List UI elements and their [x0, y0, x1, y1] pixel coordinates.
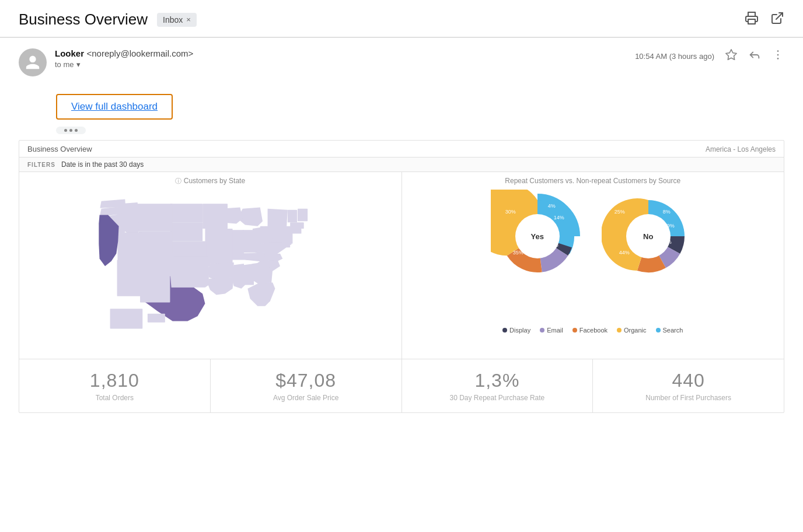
ellipsis-expander[interactable]: [56, 127, 86, 134]
header-title-area: Business Overview Inbox ×: [19, 10, 197, 29]
svg-rect-9: [292, 229, 302, 234]
filter-value: Date is in the past 30 days: [61, 160, 144, 169]
header-icons: [745, 11, 784, 29]
email-body: View full dashboard: [0, 83, 803, 120]
reply-icon[interactable]: [748, 48, 761, 64]
map-panel-title: ⓘ Customers by State: [19, 177, 402, 186]
avatar: [19, 48, 47, 76]
us-map-svg: [29, 194, 391, 334]
sender-info: Looker <noreply@lookermail.com> to me ▾: [55, 48, 193, 69]
print-icon[interactable]: [745, 11, 759, 29]
view-dashboard-button[interactable]: View full dashboard: [56, 94, 173, 120]
dash-timezone: America - Los Angeles: [706, 145, 776, 153]
svg-marker-49: [100, 199, 126, 208]
svg-rect-46: [117, 260, 146, 296]
email-header: Business Overview Inbox ×: [0, 0, 803, 37]
email-meta-right: 10:54 AM (3 hours ago): [635, 48, 784, 64]
yes-donut-container: Yes 4% 14% 18% 35% 30%: [491, 190, 584, 280]
stat-label-first-purchasers: Number of First Purchasers: [645, 394, 731, 402]
dash-content: ⓘ Customers by State: [19, 172, 784, 359]
no-donut-label: No: [643, 232, 653, 241]
svg-rect-36: [170, 241, 207, 258]
legend-label-display: Display: [509, 327, 530, 334]
svg-rect-51: [110, 309, 143, 328]
stats-bar: 1,810 Total Orders $47,08 Avg Order Sale…: [19, 359, 784, 412]
chart-legend: Display Email Facebook Organic Search: [402, 327, 784, 338]
legend-label-search: Search: [663, 327, 683, 334]
to-me: to me ▾: [55, 60, 193, 69]
external-link-icon[interactable]: [770, 11, 784, 29]
legend-organic: Organic: [617, 327, 647, 334]
svg-line-1: [776, 13, 783, 19]
avatar-icon: [25, 54, 41, 71]
dot-1: [64, 129, 67, 132]
svg-marker-33: [208, 278, 234, 295]
sender-email: <noreply@lookermail.com>: [86, 48, 193, 58]
stat-first-purchasers: 440 Number of First Purchasers: [593, 359, 784, 412]
svg-rect-0: [748, 19, 755, 24]
svg-marker-32: [208, 262, 234, 280]
legend-label-facebook: Facebook: [579, 327, 608, 334]
svg-rect-34: [170, 204, 203, 222]
donut-panel: Repeat Customers vs. Non-repeat Customer…: [402, 172, 784, 359]
email-meta: Looker <noreply@lookermail.com> to me ▾ …: [0, 38, 803, 83]
yes-donut: Yes: [491, 190, 584, 283]
legend-search: Search: [656, 327, 683, 334]
svg-point-5: [777, 58, 779, 60]
sender-name: Looker: [55, 48, 84, 58]
svg-rect-29: [203, 204, 228, 229]
us-map-container: [19, 188, 402, 340]
svg-marker-19: [248, 282, 275, 306]
dot-2: [69, 129, 72, 132]
legend-dot-organic: [617, 328, 622, 332]
filter-label: FILTERS: [27, 162, 55, 168]
svg-rect-6: [298, 209, 308, 221]
email-time: 10:54 AM (3 hours ago): [635, 52, 714, 61]
svg-point-3: [777, 50, 779, 52]
legend-dot-display: [502, 328, 507, 332]
stat-avg-price: $47,08 Avg Order Sale Price: [211, 359, 402, 412]
legend-facebook: Facebook: [572, 327, 608, 334]
legend-label-organic: Organic: [624, 327, 647, 334]
stat-value-avg-price: $47,08: [275, 370, 336, 391]
stat-value-first-purchasers: 440: [672, 370, 704, 391]
dash-header-bar: Business Overview America - Los Angeles: [19, 141, 784, 158]
stat-label-total-orders: Total Orders: [96, 394, 134, 402]
sender-line: Looker <noreply@lookermail.com>: [55, 48, 193, 59]
email-subject: Business Overview: [19, 10, 148, 29]
map-panel: ⓘ Customers by State: [19, 172, 402, 359]
filter-bar: FILTERS Date is in the past 30 days: [19, 158, 784, 172]
legend-display: Display: [502, 327, 530, 334]
to-dropdown-icon[interactable]: ▾: [76, 60, 81, 69]
svg-rect-41: [139, 231, 173, 255]
more-options-icon[interactable]: [771, 48, 784, 64]
svg-rect-37: [172, 256, 209, 275]
svg-rect-35: [170, 222, 203, 241]
no-donut: No: [602, 190, 695, 283]
svg-rect-7: [288, 210, 297, 222]
legend-dot-facebook: [572, 328, 577, 332]
stat-label-repeat-rate: 30 Day Repeat Purchase Rate: [449, 394, 544, 402]
dash-title: Business Overview: [27, 145, 92, 153]
legend-dot-email: [540, 328, 544, 332]
legend-email: Email: [540, 327, 563, 334]
svg-rect-25: [243, 230, 257, 253]
dashboard-embed: Business Overview America - Los Angeles …: [19, 140, 784, 413]
stat-total-orders: 1,810 Total Orders: [19, 359, 211, 412]
svg-rect-45: [118, 232, 143, 261]
stat-value-total-orders: 1,810: [90, 370, 139, 391]
no-donut-container: No 8% 9% 13% 44% 25%: [602, 190, 695, 280]
email-meta-left: Looker <noreply@lookermail.com> to me ▾: [19, 48, 193, 76]
stat-repeat-rate: 1,3% 30 Day Repeat Purchase Rate: [402, 359, 593, 412]
inbox-badge: Inbox ×: [157, 13, 197, 27]
svg-rect-52: [148, 314, 165, 323]
inbox-close-button[interactable]: ×: [186, 15, 191, 24]
dot-3: [75, 129, 78, 132]
legend-dot-search: [656, 328, 661, 332]
star-icon[interactable]: [725, 48, 738, 64]
yes-donut-label: Yes: [531, 232, 544, 241]
svg-marker-2: [726, 50, 736, 60]
inbox-badge-label: Inbox: [163, 15, 183, 24]
stat-value-repeat-rate: 1,3%: [474, 370, 519, 391]
donuts-row: Yes 4% 14% 18% 35% 30%: [402, 190, 784, 280]
